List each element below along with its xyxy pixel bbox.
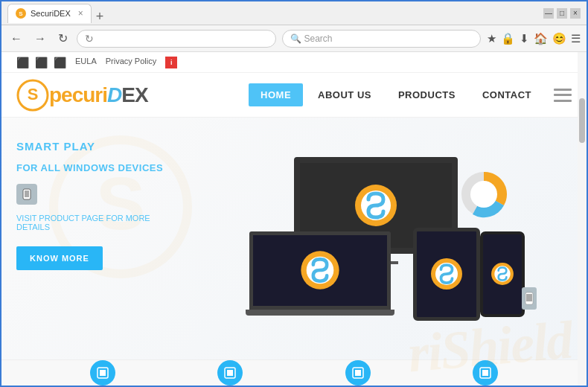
circle-icon-1 [96,366,109,380]
monitor-logo [354,183,398,228]
tablet-icon: ⬛ [16,57,29,68]
info-bar-icons: ⬛ ⬛ ⬛ [16,57,66,68]
bottom-circle-3[interactable] [345,360,371,386]
hero-right [195,118,587,359]
phone-icon: ⬛ [35,57,48,68]
nav-about[interactable]: ABOUT US [306,83,383,106]
tab-title: SecuriDEX [31,9,71,18]
laptop-body [246,310,394,316]
profile-icon[interactable]: 😊 [552,32,566,45]
eula-link[interactable]: EULA [75,57,97,68]
laptop-device [249,231,391,321]
svg-rect-19 [100,370,106,376]
phone-device [480,231,525,317]
hero-content: SMART PLAY FOR ALL WINDOWS DEVICES VISIT… [1,118,587,359]
circle-icon-3 [351,366,365,380]
laptop-screen [249,231,391,310]
url-refresh-icon: ↻ [85,33,94,45]
address-bar: ← → ↻ ↻ 🔍 Search ★ 🔒 ⬇ 🏠 😊 ☰ [1,25,587,52]
devices-container [249,157,532,321]
phone-screen [480,231,525,317]
nav-bar: S pecuriDEX HOME ABOUT US PRODUCTS CONTA… [1,73,587,118]
active-tab[interactable]: S SecuriDEX × [7,4,92,23]
bookmark-icon[interactable]: ★ [487,32,496,45]
hero-left: SMART PLAY FOR ALL WINDOWS DEVICES VISIT… [1,118,195,359]
bottom-circle-2[interactable] [217,360,243,386]
hero-section: riShield S SMART PLAY FOR ALL WINDOWS DE… [1,118,587,386]
pie-chart [458,168,510,220]
hamburger-menu[interactable] [554,89,572,102]
toolbar-icons: ★ 🔒 ⬇ 🏠 😊 ☰ [487,32,581,45]
svg-rect-15 [526,294,532,301]
close-button[interactable]: × [570,8,581,19]
phone-logo [490,262,514,286]
desktop-icon: ⬛ [54,57,66,68]
maximize-button[interactable]: □ [557,8,567,19]
nav-links: HOME ABOUT US PRODUCTS CONTACT [249,83,572,106]
tablet-logo [430,258,464,291]
browser-content: +1 302.887.9217 ⬛ ⬛ ⬛ EULA Privacy Polic… [1,52,587,386]
logo-icon: S [16,79,49,112]
browser-window: S SecuriDEX × + — □ × ← → ↻ ↻ 🔍 Search ★… [0,0,588,387]
nav-home[interactable]: HOME [249,83,303,106]
tab-area: S SecuriDEX × + [7,4,543,23]
nav-contact[interactable]: CONTACT [470,83,543,106]
title-bar: S SecuriDEX × + — □ × [1,1,587,25]
menu-icon[interactable]: ☰ [571,32,581,45]
bottom-circle-1[interactable] [90,360,115,386]
forward-button[interactable]: → [31,31,49,47]
nav-products[interactable]: PRODUCTS [386,83,467,106]
notification-badge: i [165,57,177,68]
tablet-device [413,228,480,321]
menu-line-2 [554,94,572,96]
svg-point-9 [470,181,497,208]
window-controls: — □ × [543,8,581,19]
info-bar-links: EULA Privacy Policy i [75,57,177,68]
svg-rect-21 [227,370,233,376]
svg-rect-23 [355,370,361,376]
visit-link[interactable]: VISIT PRODUCT PAGE FOR MORE DETAILS [16,214,180,231]
refresh-button[interactable]: ↻ [55,30,71,47]
privacy-policy-link[interactable]: Privacy Policy [106,57,156,68]
svg-text:S: S [28,85,39,103]
phone-device-icon [522,287,537,310]
svg-rect-5 [25,191,29,197]
new-tab-btn[interactable]: + [96,10,104,23]
hero-subtitle: FOR ALL WINDOWS DEVICES [16,161,180,175]
search-icon: 🔍 [290,33,301,44]
url-bar[interactable]: ↻ [77,30,276,48]
download-icon[interactable]: ⬇ [520,32,529,45]
side-phone-icon [525,292,534,305]
know-more-button[interactable]: KNOW MORE [16,246,103,270]
site-logo[interactable]: S pecuriDEX [16,79,148,112]
logo-text: pecuriDEX [49,83,148,107]
back-button[interactable]: ← [7,31,25,47]
tablet-screen [413,228,480,321]
info-bar: +1 302.887.9217 ⬛ ⬛ ⬛ EULA Privacy Polic… [1,52,587,73]
phone-small-icon [21,188,33,200]
device-small-icon [16,184,37,205]
home-icon[interactable]: 🏠 [534,32,548,45]
menu-line-1 [554,89,572,91]
menu-line-3 [554,100,572,102]
search-bar[interactable]: 🔍 Search [282,30,482,48]
circle-icon-2 [223,366,237,380]
laptop-logo [300,250,341,291]
lock-icon[interactable]: 🔒 [501,32,515,45]
tab-favicon: S [16,8,26,19]
tab-close-btn[interactable]: × [78,8,83,19]
hero-title: SMART PLAY [16,140,180,153]
search-placeholder: Search [304,33,333,44]
minimize-button[interactable]: — [543,8,554,19]
